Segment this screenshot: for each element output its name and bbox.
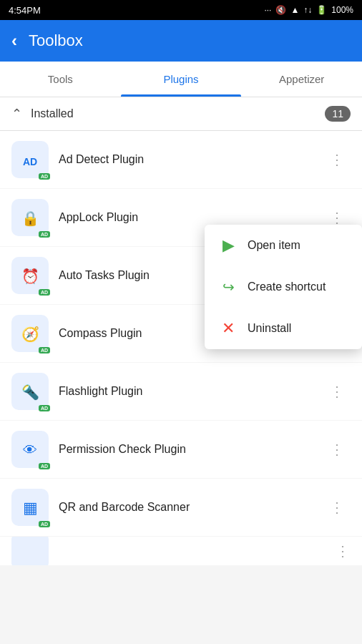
more-button-ad-detect[interactable]: ⋮	[324, 148, 351, 171]
plugin-name: Flashlight Plugin	[59, 385, 324, 398]
app-header: ‹ Toolbox	[0, 20, 362, 62]
plugin-icon-partial	[11, 537, 49, 565]
menu-open-label: Open item	[248, 239, 300, 252]
section-title: Installed	[31, 107, 316, 120]
tab-appetizer[interactable]: Appetizer	[241, 62, 362, 97]
plugin-badge: AD	[39, 521, 50, 527]
plugin-icon-ad-detect: AD	[11, 141, 49, 178]
battery-percent: 100%	[331, 5, 353, 15]
more-button-qr[interactable]: ⋮	[324, 496, 351, 519]
list-item: ⋮	[0, 537, 362, 565]
plugin-badge: AD	[39, 347, 50, 353]
plugin-list: AD Ad Detect Plugin ⋮ AD AppLock Plugin …	[0, 131, 362, 566]
menu-uninstall[interactable]: ✕ Uninstall	[205, 308, 362, 349]
plugin-name: QR and Barcode Scanner	[59, 501, 324, 514]
signal-dots: ···	[264, 5, 271, 15]
list-item: AD QR and Barcode Scanner ⋮	[0, 479, 362, 536]
plugin-badge: AD	[39, 231, 50, 238]
context-menu: ▶ Open item ↪ Create shortcut ✕ Uninstal…	[205, 225, 362, 349]
tab-tools[interactable]: Tools	[0, 62, 121, 97]
installed-count-badge: 11	[325, 106, 351, 122]
plugin-icon-auto-tasks: AD	[11, 257, 49, 294]
back-button[interactable]: ‹	[11, 31, 17, 51]
uninstall-icon: ✕	[219, 319, 238, 338]
battery-icon: 🔋	[316, 5, 327, 15]
auto-tasks-icon	[21, 265, 39, 286]
section-header[interactable]: ⌃ Installed 11	[0, 97, 362, 131]
page-title: Toolbox	[29, 31, 83, 50]
wifi-icon: ▲	[290, 5, 299, 15]
status-icons: ··· 🔇 ▲ ↑↓ 🔋 100%	[264, 5, 353, 15]
mute-icon: 🔇	[275, 5, 286, 15]
plugin-icon-compass: AD	[11, 315, 49, 352]
compass-icon	[21, 323, 39, 343]
menu-create-shortcut[interactable]: ↪ Create shortcut	[205, 266, 362, 308]
status-bar: 4:54PM ··· 🔇 ▲ ↑↓ 🔋 100%	[0, 0, 362, 20]
list-item: AD AppLock Plugin ⋮ ▶ Open item ↪ Create…	[0, 189, 362, 246]
plugin-icon-applock: AD	[11, 199, 49, 236]
menu-shortcut-label: Create shortcut	[248, 280, 326, 293]
plugin-badge: AD	[39, 289, 50, 296]
more-button-flashlight[interactable]: ⋮	[324, 380, 351, 403]
plugin-badge: AD	[39, 173, 50, 180]
list-item: AD Flashlight Plugin ⋮	[0, 363, 362, 420]
plugin-badge: AD	[39, 463, 50, 469]
tab-bar: Tools Plugins Appetizer	[0, 62, 362, 97]
plugin-name: Permission Check Plugin	[59, 443, 324, 456]
permission-icon	[23, 439, 37, 459]
network-icon: ↑↓	[303, 5, 312, 15]
status-time: 4:54PM	[9, 5, 41, 16]
plugin-icon-flashlight: AD	[11, 373, 49, 410]
plugin-icon-qr: AD	[11, 489, 49, 526]
qr-icon	[23, 497, 38, 517]
more-button-permission[interactable]: ⋮	[324, 438, 351, 461]
plugin-name: Ad Detect Plugin	[59, 153, 324, 166]
menu-uninstall-label: Uninstall	[248, 322, 291, 335]
ad-detect-icon	[23, 150, 37, 170]
plugin-name: AppLock Plugin	[59, 211, 324, 224]
flashlight-icon	[21, 381, 39, 401]
play-icon: ▶	[219, 236, 238, 255]
plugin-badge: AD	[39, 405, 50, 411]
applock-icon	[21, 208, 39, 228]
more-button-partial[interactable]: ⋮	[330, 540, 356, 562]
shortcut-icon: ↪	[219, 278, 238, 296]
tab-plugins[interactable]: Plugins	[121, 62, 242, 97]
plugin-icon-permission: AD	[11, 431, 49, 468]
list-item: AD Ad Detect Plugin ⋮	[0, 131, 362, 188]
collapse-icon: ⌃	[11, 106, 22, 122]
list-item: AD Permission Check Plugin ⋮	[0, 421, 362, 478]
menu-open-item[interactable]: ▶ Open item	[205, 225, 362, 266]
